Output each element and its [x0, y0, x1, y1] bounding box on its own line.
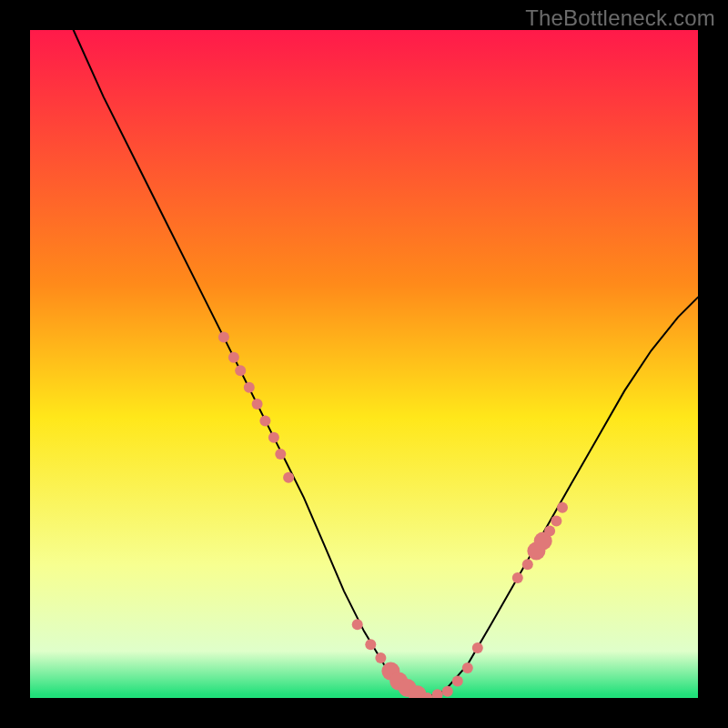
gradient-plot-area	[30, 30, 698, 698]
data-dot	[283, 472, 294, 483]
data-dot	[375, 652, 386, 663]
data-dot	[551, 516, 561, 527]
data-dot	[442, 686, 453, 697]
data-dot	[522, 559, 533, 570]
data-dot	[462, 662, 473, 673]
data-dot	[244, 382, 255, 393]
data-dot	[218, 332, 229, 343]
data-dot	[472, 642, 483, 653]
data-dot	[557, 502, 568, 513]
data-dot	[365, 639, 376, 650]
bottleneck-chart	[0, 0, 728, 728]
data-dot	[275, 449, 286, 460]
chart-container: TheBottleneck.com	[0, 0, 728, 728]
data-dot	[452, 676, 463, 687]
data-dot	[352, 619, 363, 630]
data-dot	[228, 352, 239, 363]
watermark-label: TheBottleneck.com	[525, 5, 715, 31]
data-dot	[512, 572, 523, 583]
data-dot	[268, 432, 279, 443]
data-dot	[259, 415, 270, 426]
data-dot	[235, 365, 246, 376]
data-dot	[252, 399, 263, 410]
data-dot	[544, 526, 555, 537]
